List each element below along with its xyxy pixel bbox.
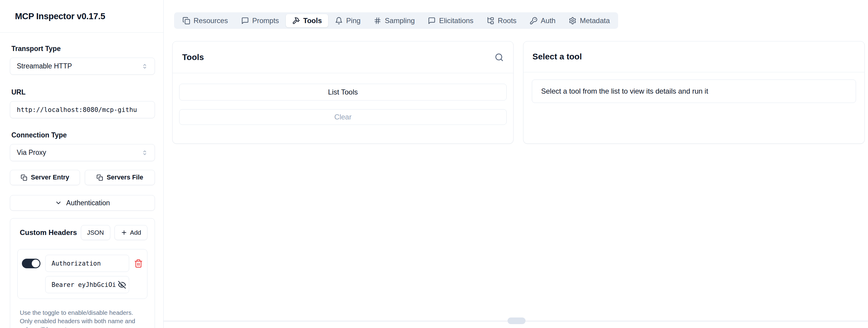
tab-auth[interactable]: Auth	[523, 14, 562, 27]
tab-label: Auth	[541, 17, 556, 25]
tab-bar: Resources Prompts Tools Ping Sampling	[174, 12, 618, 29]
folder-tree-icon	[487, 17, 494, 25]
tools-panel-title: Tools	[182, 53, 204, 62]
tab-label: Tools	[303, 17, 322, 25]
add-header-button[interactable]: Add	[115, 225, 147, 240]
eye-off-icon[interactable]	[118, 280, 126, 289]
empty-state-message: Select a tool from the list to view its …	[541, 87, 708, 95]
list-tools-button[interactable]: List Tools	[179, 84, 507, 101]
transport-type-label: Transport Type	[11, 45, 155, 53]
json-view-button[interactable]: JSON	[81, 225, 110, 240]
chevrons-up-down-icon	[142, 149, 148, 156]
tab-label: Ping	[346, 17, 361, 25]
server-entry-button[interactable]: Server Entry	[10, 170, 80, 185]
header-row	[18, 249, 147, 299]
tab-label: Sampling	[385, 17, 415, 25]
sidebar-body: Transport Type Streamable HTTP URL Conne…	[0, 33, 163, 328]
plus-icon	[121, 229, 127, 236]
transport-type-value: Streamable HTTP	[17, 62, 72, 70]
connection-type-label: Connection Type	[11, 131, 155, 139]
headers-help-text: Use the toggle to enable/disable headers…	[20, 308, 140, 328]
sidebar: MCP Inspector v0.17.5 Transport Type Str…	[0, 0, 164, 328]
tab-roots[interactable]: Roots	[480, 14, 523, 27]
settings-icon	[569, 17, 577, 25]
tab-resources[interactable]: Resources	[176, 14, 234, 27]
connection-type-select[interactable]: Via Proxy	[10, 144, 155, 161]
url-input[interactable]	[10, 101, 155, 118]
tab-label: Resources	[193, 17, 228, 25]
custom-headers-card: Custom Headers JSON Add	[10, 218, 155, 328]
chevrons-up-down-icon	[142, 63, 148, 70]
detail-panel-title: Select a tool	[532, 52, 582, 61]
trash-icon[interactable]	[134, 259, 143, 268]
tab-label: Elicitations	[439, 17, 473, 25]
transport-type-select[interactable]: Streamable HTTP	[10, 58, 155, 75]
header-enabled-toggle[interactable]	[22, 259, 40, 268]
header-name-input[interactable]	[45, 255, 129, 272]
tab-prompts[interactable]: Prompts	[235, 14, 285, 27]
toggle-knob	[32, 259, 39, 267]
empty-state-box: Select a tool from the list to view its …	[532, 80, 856, 103]
servers-file-button[interactable]: Servers File	[85, 170, 155, 185]
authentication-toggle-button[interactable]: Authentication	[10, 195, 155, 211]
connection-type-value: Via Proxy	[17, 148, 46, 157]
copy-icon	[96, 174, 103, 181]
bell-icon	[335, 17, 343, 25]
files-icon	[183, 17, 190, 25]
tab-elicitations[interactable]: Elicitations	[422, 14, 480, 27]
chevron-down-icon	[55, 199, 62, 207]
tab-sampling[interactable]: Sampling	[367, 14, 421, 27]
tab-label: Prompts	[252, 17, 279, 25]
tab-label: Metadata	[580, 17, 610, 25]
message-square-icon	[241, 17, 249, 25]
json-button-label: JSON	[87, 229, 104, 236]
key-icon	[530, 17, 537, 25]
tab-tools[interactable]: Tools	[286, 14, 328, 27]
bottom-panel-drag-handle[interactable]	[507, 318, 526, 324]
clear-button[interactable]: Clear	[179, 109, 507, 125]
message-square-icon	[428, 17, 436, 25]
url-label: URL	[11, 88, 155, 96]
tab-metadata[interactable]: Metadata	[562, 14, 616, 27]
hash-icon	[374, 17, 381, 25]
servers-file-label: Servers File	[107, 174, 143, 181]
copy-icon	[21, 174, 27, 181]
tab-ping[interactable]: Ping	[329, 14, 367, 27]
add-button-label: Add	[130, 229, 141, 236]
app-title: MCP Inspector v0.17.5	[15, 11, 105, 21]
authentication-label: Authentication	[66, 199, 110, 207]
tools-panel: Tools List Tools Clear	[172, 41, 514, 144]
hammer-icon	[292, 17, 300, 25]
sidebar-header: MCP Inspector v0.17.5	[0, 0, 163, 33]
custom-headers-title: Custom Headers	[20, 228, 77, 237]
server-entry-label: Server Entry	[31, 174, 69, 181]
header-value-input[interactable]	[45, 276, 129, 293]
tab-label: Roots	[498, 17, 517, 25]
search-icon[interactable]	[495, 53, 504, 62]
tool-detail-panel: Select a tool Select a tool from the lis…	[523, 41, 865, 144]
